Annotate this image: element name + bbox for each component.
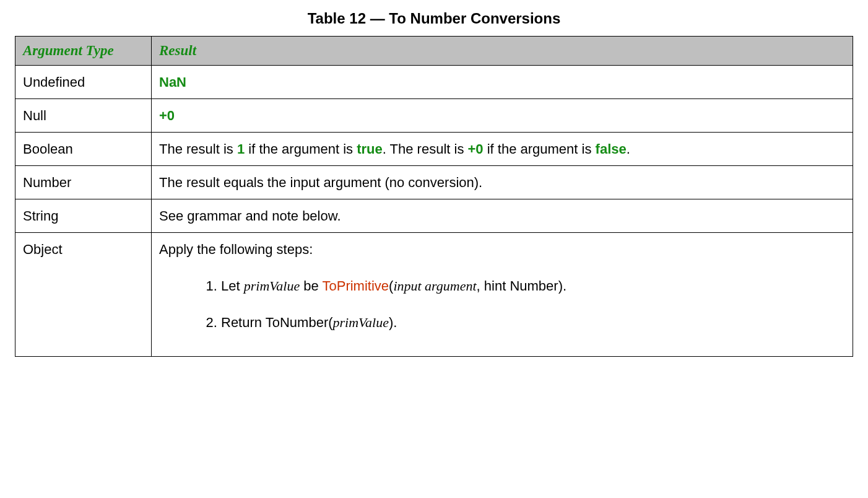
text-segment: . The result is <box>383 141 468 157</box>
result-boolean: The result is 1 if the argument is true.… <box>152 133 853 166</box>
value-true: true <box>357 141 383 157</box>
spec-var-primvalue: primValue <box>244 278 300 294</box>
object-intro: Apply the following steps: <box>159 242 313 257</box>
text-segment: be <box>300 278 322 294</box>
text-segment: ). <box>389 315 397 330</box>
result-string: See grammar and note below. <box>152 199 853 233</box>
table-row: Undefined NaN <box>15 66 853 99</box>
arg-number: Number <box>15 166 152 199</box>
header-argument-type: Argument Type <box>15 37 152 66</box>
text-segment: Return ToNumber( <box>221 315 333 330</box>
arg-boolean: Boolean <box>15 133 152 166</box>
conversion-table: Argument Type Result Undefined NaN Null … <box>15 36 853 357</box>
result-null: +0 <box>152 99 853 133</box>
value-false: false <box>596 141 627 157</box>
result-undefined: NaN <box>152 66 853 99</box>
arg-string: String <box>15 199 152 233</box>
spec-var-primvalue: primValue <box>333 315 389 330</box>
text-segment: if the argument is <box>245 141 357 157</box>
table-row: Number The result equals the input argum… <box>15 166 853 199</box>
table-row: String See grammar and note below. <box>15 199 853 233</box>
text-segment: Let <box>221 278 244 294</box>
spec-op-toprimitive: ToPrimitive <box>322 278 389 294</box>
object-steps-list: Let primValue be ToPrimitive(input argum… <box>159 277 845 333</box>
arg-object: Object <box>15 233 152 357</box>
text-segment: . <box>627 141 630 157</box>
arg-null: Null <box>15 99 152 133</box>
value-one: 1 <box>237 141 245 157</box>
table-header-row: Argument Type Result <box>15 37 853 66</box>
table-row: Object Apply the following steps: Let pr… <box>15 233 853 357</box>
text-segment: The result is <box>159 141 237 157</box>
object-step-2: Return ToNumber(primValue). <box>221 313 845 333</box>
value-plus-zero: +0 <box>468 141 484 157</box>
spec-var-input-argument: input argument <box>393 278 476 294</box>
value-plus-zero: +0 <box>159 108 175 123</box>
text-segment: , hint Number). <box>477 278 567 294</box>
value-nan: NaN <box>159 74 186 90</box>
result-number: The result equals the input argument (no… <box>152 166 853 199</box>
object-step-1: Let primValue be ToPrimitive(input argum… <box>221 277 845 296</box>
text-segment: if the argument is <box>484 141 596 157</box>
arg-undefined: Undefined <box>15 66 152 99</box>
result-object: Apply the following steps: Let primValue… <box>152 233 853 357</box>
table-caption: Table 12 — To Number Conversions <box>15 10 853 27</box>
table-row: Boolean The result is 1 if the argument … <box>15 133 853 166</box>
table-row: Null +0 <box>15 99 853 133</box>
header-result: Result <box>152 37 853 66</box>
